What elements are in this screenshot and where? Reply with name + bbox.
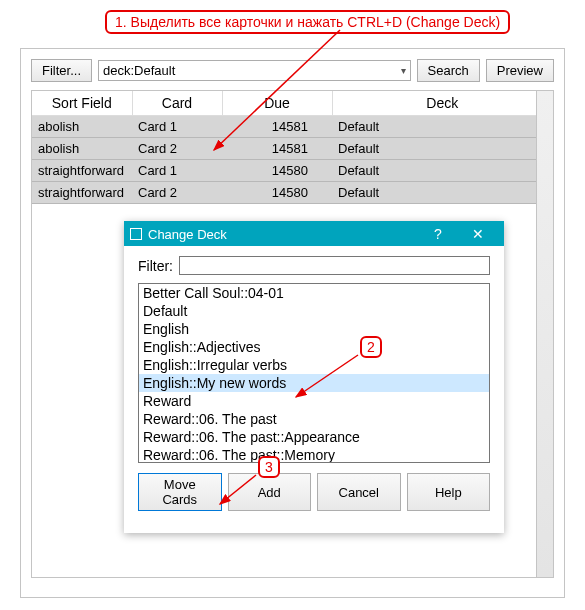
col-due[interactable]: Due [222,91,332,116]
preview-button[interactable]: Preview [486,59,554,82]
deck-list[interactable]: Better Call Soul::04-01DefaultEnglishEng… [138,283,490,463]
move-cards-button[interactable]: Move Cards [138,473,222,511]
dialog-help-button[interactable]: ? [418,226,458,242]
search-input[interactable]: deck:Default ▾ [98,60,411,81]
search-button[interactable]: Search [417,59,480,82]
deck-list-item[interactable]: Reward::06. The past::Memory [139,446,489,463]
cell-sort: abolish [32,116,132,138]
col-sort-field[interactable]: Sort Field [32,91,132,116]
window-icon [130,228,142,240]
table-row[interactable]: abolishCard 214581Default [32,138,553,160]
add-button[interactable]: Add [228,473,312,511]
dialog-title: Change Deck [148,227,227,242]
annotation-step2: 2 [360,336,382,358]
cancel-button[interactable]: Cancel [317,473,401,511]
deck-list-item[interactable]: Default [139,302,489,320]
table-row[interactable]: straightforwardCard 214580Default [32,182,553,204]
annotation-step3: 3 [258,456,280,478]
table-row[interactable]: straightforwardCard 114580Default [32,160,553,182]
deck-list-item[interactable]: English::My new words [139,374,489,392]
dialog-filter-input[interactable] [179,256,490,275]
cell-deck: Default [332,182,553,204]
cell-deck: Default [332,116,553,138]
deck-list-item[interactable]: Better Call Soul::04-01 [139,284,489,302]
cell-sort: straightforward [32,182,132,204]
col-deck[interactable]: Deck [332,91,553,116]
cell-card: Card 2 [132,182,222,204]
deck-list-item[interactable]: Reward::06. The past::Appearance [139,428,489,446]
deck-list-item[interactable]: English::Irregular verbs [139,356,489,374]
deck-list-item[interactable]: Reward [139,392,489,410]
dialog-filter-label: Filter: [138,258,173,274]
col-card[interactable]: Card [132,91,222,116]
deck-list-item[interactable]: Reward::06. The past [139,410,489,428]
deck-list-item[interactable]: English::Adjectives [139,338,489,356]
cell-due: 14581 [222,116,332,138]
cell-card: Card 2 [132,138,222,160]
cell-due: 14581 [222,138,332,160]
cell-deck: Default [332,160,553,182]
chevron-down-icon[interactable]: ▾ [401,65,406,76]
help-button[interactable]: Help [407,473,491,511]
cell-sort: abolish [32,138,132,160]
cell-sort: straightforward [32,160,132,182]
cell-due: 14580 [222,160,332,182]
dialog-titlebar: Change Deck ? ✕ [124,222,504,246]
cell-card: Card 1 [132,160,222,182]
annotation-step1: 1. Выделить все карточки и нажать CTRL+D… [105,10,510,34]
cell-due: 14580 [222,182,332,204]
table-row[interactable]: abolishCard 114581Default [32,116,553,138]
filter-button[interactable]: Filter... [31,59,92,82]
search-value: deck:Default [103,63,175,78]
toolbar: Filter... deck:Default ▾ Search Preview [31,59,554,82]
close-icon[interactable]: ✕ [458,226,498,242]
change-deck-dialog: Change Deck ? ✕ Filter: Better Call Soul… [124,221,504,533]
cell-deck: Default [332,138,553,160]
deck-list-item[interactable]: English [139,320,489,338]
cell-card: Card 1 [132,116,222,138]
